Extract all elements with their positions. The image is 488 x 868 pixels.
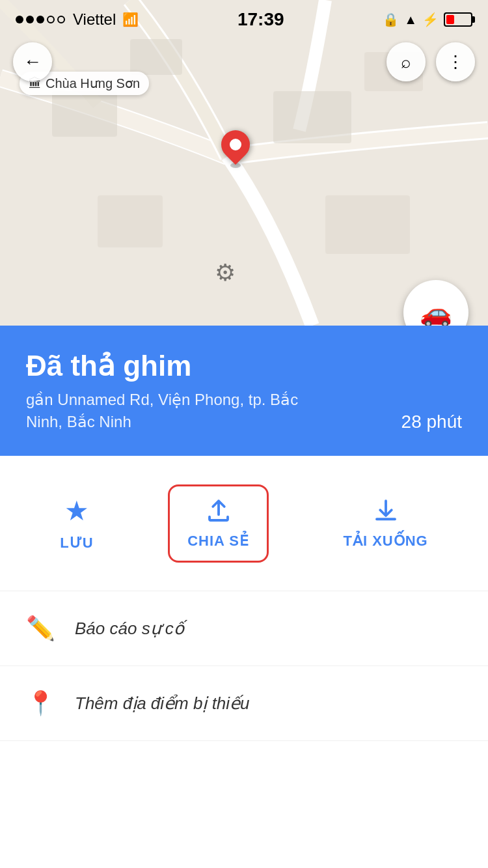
carrier-label: Viettel bbox=[73, 10, 116, 29]
svg-rect-5 bbox=[98, 195, 163, 247]
svg-rect-3 bbox=[273, 91, 351, 143]
info-address: gần Unnamed Rd, Viện Phong, tp. Bắc Ninh… bbox=[26, 389, 338, 432]
signal-dot-2 bbox=[26, 16, 34, 23]
signal-dot-4 bbox=[47, 16, 55, 23]
wifi-icon: 📶 bbox=[122, 12, 139, 27]
compass-icon: ⚙ bbox=[215, 259, 236, 287]
lock-icon: 🔒 bbox=[383, 12, 399, 27]
star-icon: ★ bbox=[64, 495, 89, 527]
signal-dot-1 bbox=[16, 16, 23, 23]
pin-head bbox=[215, 124, 256, 165]
share-label: CHIA SẺ bbox=[187, 533, 249, 550]
save-label: LƯU bbox=[60, 535, 93, 552]
actions-row: ★ LƯU CHIA SẺ TẢI XUỐNG bbox=[0, 456, 488, 591]
info-row: gần Unnamed Rd, Viện Phong, tp. Bắc Ninh… bbox=[26, 389, 462, 432]
report-issue-item[interactable]: ✏️ Báo cáo sự cố bbox=[0, 591, 488, 666]
location-icon: ▲ bbox=[404, 12, 417, 27]
info-panel: Đã thả ghim gần Unnamed Rd, Viện Phong, … bbox=[0, 326, 488, 456]
download-icon bbox=[372, 497, 400, 525]
more-button[interactable]: ⋮ bbox=[436, 42, 475, 81]
info-duration: 28 phút bbox=[401, 412, 462, 432]
status-time: 17:39 bbox=[237, 9, 284, 30]
download-button[interactable]: TẢI XUỐNG bbox=[323, 484, 447, 563]
add-place-icon: 📍 bbox=[26, 690, 55, 717]
status-right: 🔒 ▲ ⚡ bbox=[383, 12, 472, 27]
signal-dots bbox=[16, 16, 65, 23]
map-area: ← ⌕ ⋮ 🏛 Chùa Hưng Sơn ⚙ 🚗 bbox=[0, 0, 488, 326]
add-place-label: Thêm địa điểm bị thiếu bbox=[75, 693, 250, 714]
info-title: Đã thả ghim bbox=[26, 349, 462, 382]
pencil-icon: ✏️ bbox=[26, 615, 55, 642]
signal-dot-3 bbox=[36, 16, 44, 23]
share-icon bbox=[205, 497, 232, 525]
svg-rect-1 bbox=[52, 91, 117, 137]
battery-icon bbox=[444, 12, 472, 27]
search-button[interactable]: ⌕ bbox=[386, 42, 426, 81]
save-button[interactable]: ★ LƯU bbox=[40, 482, 113, 565]
download-label: TẢI XUỐNG bbox=[343, 533, 427, 550]
bluetooth-icon: ⚡ bbox=[422, 12, 439, 27]
back-button[interactable]: ← bbox=[13, 42, 52, 81]
map-top-buttons: ⌕ ⋮ bbox=[386, 42, 475, 81]
battery-fill bbox=[446, 15, 454, 24]
status-bar: Viettel 📶 17:39 🔒 ▲ ⚡ bbox=[0, 0, 488, 39]
svg-rect-6 bbox=[325, 195, 410, 254]
add-place-item[interactable]: 📍 Thêm địa điểm bị thiếu bbox=[0, 666, 488, 741]
map-pin bbox=[221, 130, 250, 168]
report-issue-label: Báo cáo sự cố bbox=[75, 619, 184, 639]
signal-dot-5 bbox=[57, 16, 65, 23]
share-button[interactable]: CHIA SẺ bbox=[168, 484, 269, 563]
car-icon: 🚗 bbox=[420, 298, 452, 326]
status-left: Viettel 📶 bbox=[16, 10, 139, 29]
